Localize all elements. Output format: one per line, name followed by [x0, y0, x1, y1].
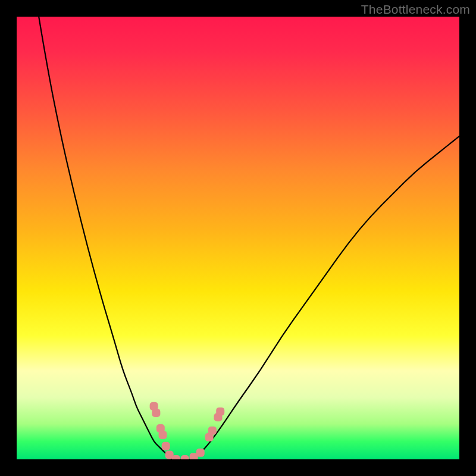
data-marker — [152, 409, 160, 417]
bottleneck-curve — [17, 17, 459, 459]
data-marker — [162, 442, 170, 450]
curve-path — [39, 17, 459, 459]
plot-area — [17, 17, 459, 459]
data-marker — [208, 427, 217, 435]
data-marker — [172, 455, 180, 459]
data-marker — [196, 449, 205, 457]
data-marker — [159, 431, 167, 439]
chart-frame: TheBottleneck.com — [0, 0, 476, 476]
watermark-label: TheBottleneck.com — [361, 2, 470, 17]
data-marker — [216, 408, 224, 416]
data-marker — [181, 455, 189, 459]
